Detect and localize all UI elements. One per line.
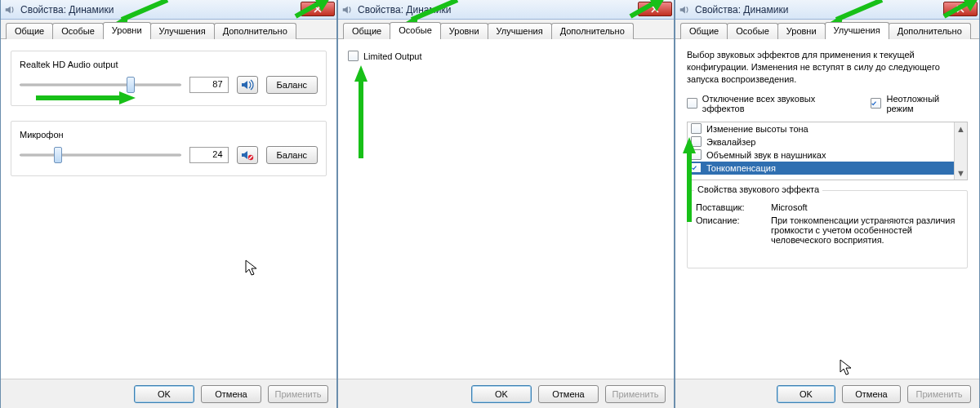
output-label: Realtek HD Audio output (20, 60, 318, 69)
titlebar[interactable]: Свойства: Динамики (675, 0, 979, 20)
effect-properties-title: Свойства звукового эффекта (694, 184, 822, 194)
group-output: Realtek HD Audio output 87 Баланс (11, 51, 327, 106)
checkbox-icon (691, 123, 702, 134)
output-mute-button[interactable] (237, 76, 258, 94)
titlebar[interactable]: Свойства: Динамики (338, 0, 674, 20)
button-bar: OK Отмена Применить (675, 379, 979, 408)
custom-panel: Limited Output (338, 39, 674, 379)
mic-row: 24 Баланс (20, 146, 318, 164)
speaker-titlebar-icon (679, 4, 690, 16)
provider-key: Поставщик: (696, 202, 761, 212)
tab-levels[interactable]: Уровни (103, 22, 151, 39)
scroll-down-icon[interactable]: ▼ (955, 166, 967, 180)
description-key: Описание: (696, 215, 761, 245)
tab-enhance[interactable]: Улучшения (488, 23, 552, 39)
tab-general[interactable]: Общие (6, 23, 53, 39)
mic-value[interactable]: 24 (189, 147, 229, 163)
levels-panel: Realtek HD Audio output 87 Баланс Микроф… (1, 39, 336, 379)
tab-custom[interactable]: Особые (727, 23, 778, 39)
tab-custom[interactable]: Особые (390, 22, 441, 39)
speaker-titlebar-icon (341, 4, 353, 16)
immediate-mode-checkbox[interactable]: Неотложный режим (871, 94, 968, 113)
checkbox-icon (871, 98, 881, 109)
limited-output-label: Limited Output (363, 51, 422, 61)
apply-button[interactable]: Применить (907, 385, 971, 403)
intro-text: Выбор звуковых эффектов для применения к… (687, 49, 968, 86)
ok-button[interactable]: OK (471, 385, 532, 403)
group-microphone: Микрофон 24 Баланс (11, 121, 327, 176)
mic-slider[interactable] (20, 146, 181, 164)
window-levels: Свойства: Динамики Общие Особые Уровни У… (0, 0, 337, 408)
effect-label: Тонкомпенсация (706, 163, 776, 173)
mic-mute-button[interactable] (237, 146, 258, 164)
mic-label: Микрофон (20, 130, 318, 140)
effect-item-headphone-virt[interactable]: Объемный звук в наушниках (688, 149, 954, 162)
mic-balance-button[interactable]: Баланс (266, 146, 318, 164)
effects-scrollbar[interactable]: ▲ ▼ (954, 122, 967, 180)
checkbox-icon (691, 136, 702, 147)
effects-list[interactable]: Изменение высоты тона Эквалайзер Объемны… (687, 122, 968, 180)
disable-all-effects-checkbox[interactable]: Отключение всех звуковых эффектов (687, 94, 858, 113)
tab-advanced[interactable]: Дополнительно (889, 23, 971, 39)
output-value[interactable]: 87 (189, 77, 229, 93)
checkbox-icon (687, 98, 697, 109)
tab-general[interactable]: Общие (343, 23, 390, 39)
titlebar[interactable]: Свойства: Динамики (1, 0, 336, 20)
effect-item-equalizer[interactable]: Эквалайзер (688, 135, 954, 149)
output-balance-button[interactable]: Баланс (266, 76, 318, 94)
apply-button[interactable]: Применить (605, 385, 666, 403)
close-button[interactable] (638, 2, 672, 16)
output-slider[interactable] (20, 76, 181, 94)
window-custom: Свойства: Динамики Общие Особые Уровни У… (337, 0, 675, 408)
tab-strip: Общие Особые Уровни Улучшения Дополнител… (1, 20, 336, 39)
cancel-button[interactable]: Отмена (201, 385, 261, 403)
enhancements-panel: Выбор звуковых эффектов для применения к… (675, 39, 979, 379)
tab-advanced[interactable]: Дополнительно (214, 23, 296, 39)
ok-button[interactable]: OK (134, 385, 194, 403)
tab-general[interactable]: Общие (680, 23, 728, 39)
checkbox-icon (691, 162, 702, 173)
cancel-button[interactable]: Отмена (538, 385, 599, 403)
button-bar: OK Отмена Применить (338, 379, 674, 408)
checkbox-icon (691, 149, 702, 160)
tab-advanced[interactable]: Дополнительно (551, 23, 634, 39)
tab-levels[interactable]: Уровни (440, 23, 488, 39)
title-text: Свойства: Динамики (358, 4, 451, 16)
provider-value: Microsoft (771, 202, 959, 212)
tab-strip: Общие Особые Уровни Улучшения Дополнител… (675, 20, 979, 39)
tab-enhance[interactable]: Улучшения (825, 22, 889, 39)
cancel-button[interactable]: Отмена (842, 385, 901, 403)
button-bar: OK Отмена Применить (1, 379, 336, 408)
window-enhancements: Свойства: Динамики Общие Особые Уровни У… (675, 0, 980, 408)
effect-properties-group: Свойства звукового эффекта Поставщик: Mi… (687, 190, 968, 268)
speaker-titlebar-icon (4, 4, 16, 16)
apply-button[interactable]: Применить (268, 385, 328, 403)
immediate-mode-label: Неотложный режим (886, 94, 968, 113)
tab-enhance[interactable]: Улучшения (150, 23, 215, 39)
close-button[interactable] (301, 2, 335, 16)
limited-output-checkbox[interactable]: Limited Output (348, 51, 664, 61)
title-text: Свойства: Динамики (20, 4, 114, 16)
effect-item-loudness[interactable]: Тонкомпенсация (688, 162, 954, 175)
ok-button[interactable]: OK (777, 385, 835, 403)
disable-all-label: Отключение всех звуковых эффектов (702, 94, 858, 113)
tab-strip: Общие Особые Уровни Улучшения Дополнител… (338, 20, 674, 39)
effect-label: Объемный звук в наушниках (706, 150, 826, 160)
close-button[interactable] (943, 2, 978, 16)
effect-item-pitch[interactable]: Изменение высоты тона (688, 122, 954, 135)
tab-levels[interactable]: Уровни (777, 23, 826, 39)
title-text: Свойства: Динамики (695, 4, 788, 16)
description-value: При тонкомпенсации устраняются различия … (771, 215, 959, 245)
effect-label: Эквалайзер (706, 137, 755, 147)
tab-custom[interactable]: Особые (52, 23, 104, 39)
checkbox-icon (348, 51, 359, 61)
scroll-up-icon[interactable]: ▲ (955, 122, 967, 135)
effect-label: Изменение высоты тона (706, 124, 808, 134)
output-row: 87 Баланс (20, 76, 318, 94)
